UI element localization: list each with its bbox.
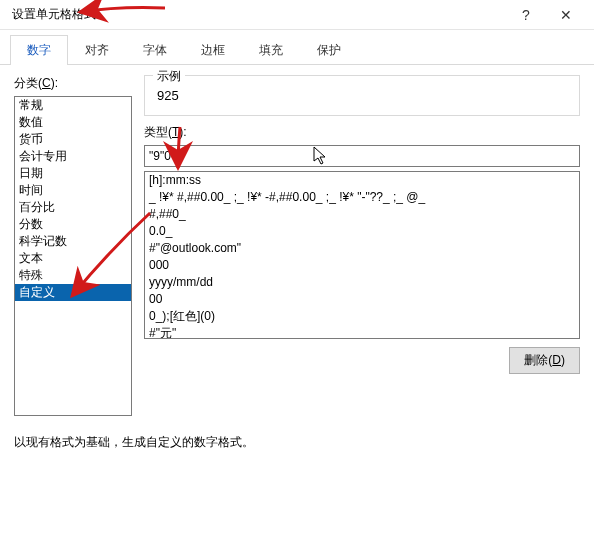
- category-item[interactable]: 特殊: [15, 267, 131, 284]
- titlebar: 设置单元格格式 ? ✕: [0, 0, 594, 30]
- category-item[interactable]: 日期: [15, 165, 131, 182]
- format-list[interactable]: [h]:mm:ss_ !¥* #,##0.00_ ;_ !¥* -#,##0.0…: [144, 171, 580, 339]
- type-label: 类型(T):: [144, 124, 580, 141]
- category-item[interactable]: 数值: [15, 114, 131, 131]
- sample-legend: 示例: [153, 68, 185, 85]
- format-item[interactable]: #"@outlook.com": [145, 240, 579, 257]
- category-item[interactable]: 百分比: [15, 199, 131, 216]
- category-item[interactable]: 货币: [15, 131, 131, 148]
- category-item[interactable]: 分数: [15, 216, 131, 233]
- format-item[interactable]: [h]:mm:ss: [145, 172, 579, 189]
- format-item[interactable]: #,##0_: [145, 206, 579, 223]
- category-list[interactable]: 常规数值货币会计专用日期时间百分比分数科学记数文本特殊自定义: [14, 96, 132, 416]
- format-item[interactable]: 0.0_: [145, 223, 579, 240]
- format-item[interactable]: #"元": [145, 325, 579, 339]
- right-column: 示例 925 类型(T): [h]:mm:ss_ !¥* #,##0.00_ ;…: [144, 75, 580, 416]
- sample-group: 示例 925: [144, 75, 580, 116]
- sample-value: 925: [155, 86, 569, 105]
- category-label: 分类(C):: [14, 75, 132, 92]
- tab-font[interactable]: 字体: [126, 35, 184, 65]
- category-item[interactable]: 时间: [15, 182, 131, 199]
- help-icon[interactable]: ?: [506, 0, 546, 30]
- window-title: 设置单元格格式: [12, 6, 506, 23]
- tab-fill[interactable]: 填充: [242, 35, 300, 65]
- category-item[interactable]: 自定义: [15, 284, 131, 301]
- delete-button[interactable]: 删除(D): [509, 347, 580, 374]
- dialog-body: 分类(C): 常规数值货币会计专用日期时间百分比分数科学记数文本特殊自定义 示例…: [0, 65, 594, 461]
- tab-number[interactable]: 数字: [10, 35, 68, 65]
- format-item[interactable]: 0_);[红色](0): [145, 308, 579, 325]
- close-icon[interactable]: ✕: [546, 0, 586, 30]
- tab-alignment[interactable]: 对齐: [68, 35, 126, 65]
- format-item[interactable]: 000: [145, 257, 579, 274]
- format-item[interactable]: yyyy/mm/dd: [145, 274, 579, 291]
- category-item[interactable]: 科学记数: [15, 233, 131, 250]
- tab-protection[interactable]: 保护: [300, 35, 358, 65]
- tab-strip: 数字 对齐 字体 边框 填充 保护: [0, 30, 594, 65]
- format-item[interactable]: 00: [145, 291, 579, 308]
- help-text: 以现有格式为基础，生成自定义的数字格式。: [14, 434, 580, 451]
- category-column: 分类(C): 常规数值货币会计专用日期时间百分比分数科学记数文本特殊自定义: [14, 75, 132, 416]
- category-item[interactable]: 常规: [15, 97, 131, 114]
- format-item[interactable]: _ !¥* #,##0.00_ ;_ !¥* -#,##0.00_ ;_ !¥*…: [145, 189, 579, 206]
- category-item[interactable]: 文本: [15, 250, 131, 267]
- button-row: 删除(D): [144, 347, 580, 374]
- tab-border[interactable]: 边框: [184, 35, 242, 65]
- category-item[interactable]: 会计专用: [15, 148, 131, 165]
- type-input[interactable]: [144, 145, 580, 167]
